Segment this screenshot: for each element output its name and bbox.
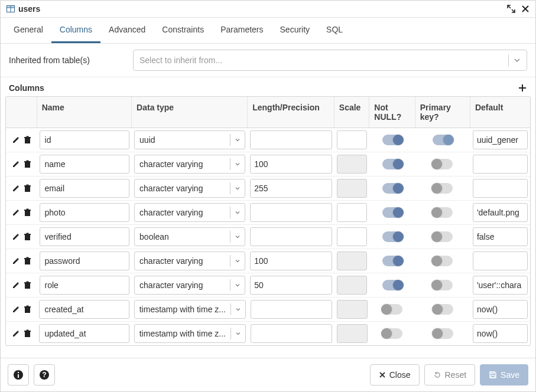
primarykey-toggle[interactable] (433, 256, 453, 266)
primarykey-toggle[interactable] (433, 207, 453, 218)
datatype-select[interactable]: timestamp with time z... (134, 300, 246, 319)
notnull-toggle[interactable] (382, 256, 402, 266)
info-button[interactable] (8, 364, 29, 386)
delete-icon[interactable] (24, 329, 31, 338)
column-name-input[interactable] (40, 227, 130, 246)
datatype-select[interactable]: character varying (134, 276, 245, 295)
default-input[interactable] (473, 155, 528, 174)
length-input[interactable] (250, 130, 332, 149)
edit-icon[interactable] (12, 184, 20, 192)
close-icon[interactable] (521, 5, 529, 13)
length-input[interactable] (251, 324, 332, 343)
save-button[interactable]: Save (480, 364, 528, 386)
delete-icon[interactable] (24, 281, 31, 289)
delete-icon[interactable] (24, 160, 31, 168)
edit-icon[interactable] (12, 208, 20, 217)
column-name-input[interactable] (40, 155, 130, 174)
primarykey-toggle[interactable] (433, 159, 453, 169)
delete-icon[interactable] (24, 233, 31, 241)
primarykey-toggle[interactable] (433, 304, 453, 315)
datatype-select[interactable]: character varying (134, 203, 245, 222)
inherit-select[interactable]: Select to inherit from... (133, 50, 527, 71)
scale-input[interactable] (337, 276, 368, 295)
length-input[interactable] (250, 203, 332, 222)
notnull-toggle[interactable] (382, 328, 402, 339)
delete-icon[interactable] (24, 136, 31, 144)
length-input[interactable] (250, 227, 332, 246)
add-column-button[interactable] (518, 83, 527, 93)
length-input[interactable] (250, 251, 332, 270)
default-input[interactable] (473, 130, 528, 149)
scale-input[interactable] (337, 324, 367, 343)
datatype-select[interactable]: character varying (134, 155, 245, 174)
primarykey-toggle[interactable] (433, 183, 453, 194)
default-input[interactable] (473, 227, 528, 246)
notnull-toggle[interactable] (382, 135, 402, 145)
scale-input[interactable] (337, 203, 368, 222)
length-input[interactable] (251, 300, 332, 319)
datatype-select[interactable]: character varying (134, 251, 245, 270)
column-name-input[interactable] (40, 130, 130, 149)
scale-input[interactable] (337, 227, 368, 246)
scale-input[interactable] (337, 179, 368, 198)
default-input[interactable] (473, 324, 528, 343)
primarykey-toggle[interactable] (433, 135, 453, 145)
datatype-select[interactable]: boolean (134, 227, 245, 246)
column-name-input[interactable] (40, 179, 130, 198)
tab-columns[interactable]: Columns (51, 18, 100, 43)
default-input[interactable] (473, 251, 528, 270)
delete-icon[interactable] (24, 305, 31, 313)
datatype-select[interactable]: character varying (134, 179, 245, 198)
tab-security[interactable]: Security (272, 18, 319, 43)
datatype-select[interactable]: timestamp with time z... (134, 324, 246, 343)
tab-general[interactable]: General (5, 18, 51, 43)
notnull-toggle[interactable] (382, 207, 402, 218)
maximize-icon[interactable] (507, 5, 515, 13)
notnull-toggle[interactable] (382, 304, 402, 315)
primarykey-toggle[interactable] (433, 280, 453, 290)
column-name-input[interactable] (39, 324, 129, 343)
tab-parameters[interactable]: Parameters (212, 18, 271, 43)
edit-icon[interactable] (12, 160, 20, 168)
reset-button[interactable]: Reset (424, 364, 476, 386)
default-input[interactable] (473, 179, 528, 198)
tab-sql[interactable]: SQL (318, 18, 351, 43)
edit-icon[interactable] (12, 305, 20, 313)
primarykey-toggle[interactable] (433, 328, 453, 339)
datatype-select[interactable]: uuid (134, 130, 245, 149)
notnull-toggle[interactable] (382, 280, 402, 290)
scale-input[interactable] (337, 155, 368, 174)
length-input[interactable] (250, 155, 332, 174)
column-name-input[interactable] (39, 300, 129, 319)
delete-icon[interactable] (24, 184, 31, 192)
svg-rect-10 (26, 136, 28, 138)
default-input[interactable] (473, 203, 528, 222)
edit-icon[interactable] (12, 329, 20, 338)
primarykey-toggle[interactable] (433, 231, 453, 242)
length-input[interactable] (250, 179, 332, 198)
titlebar: users (1, 1, 535, 18)
scale-input[interactable] (337, 251, 368, 270)
scale-input[interactable] (337, 130, 368, 149)
notnull-toggle[interactable] (382, 231, 402, 242)
scale-input[interactable] (337, 300, 367, 319)
svg-rect-43 (491, 375, 495, 378)
column-name-input[interactable] (40, 251, 130, 270)
notnull-toggle[interactable] (382, 159, 402, 169)
notnull-toggle[interactable] (382, 183, 402, 194)
tab-constraints[interactable]: Constraints (154, 18, 212, 43)
default-input[interactable] (473, 300, 528, 319)
delete-icon[interactable] (24, 257, 31, 265)
edit-icon[interactable] (12, 136, 20, 144)
length-input[interactable] (250, 276, 332, 295)
edit-icon[interactable] (12, 281, 20, 289)
tab-advanced[interactable]: Advanced (100, 18, 154, 43)
column-name-input[interactable] (40, 276, 130, 295)
delete-icon[interactable] (24, 208, 31, 217)
edit-icon[interactable] (12, 233, 20, 241)
close-button[interactable]: Close (370, 364, 420, 386)
default-input[interactable] (473, 276, 528, 295)
help-button[interactable]: ? (34, 364, 55, 386)
edit-icon[interactable] (12, 257, 20, 265)
column-name-input[interactable] (40, 203, 130, 222)
